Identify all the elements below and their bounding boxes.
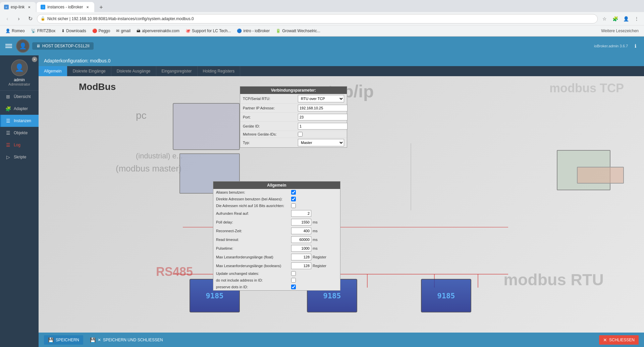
maxbool-input[interactable] bbox=[291, 262, 311, 269]
bookmark-alpen-label: alpenvereinaktiv.com bbox=[142, 29, 179, 33]
noinclude-checkbox[interactable] bbox=[291, 278, 296, 283]
content-body: ModBus tcp/ip modbus TCP pc (industrial)… bbox=[39, 76, 644, 333]
tab-iobroker[interactable]: i instances - ioBroker ✕ bbox=[37, 2, 94, 12]
header-avatar[interactable]: 👤 bbox=[16, 39, 30, 53]
sidebar-item-adapter[interactable]: 🧩 Adapter bbox=[0, 103, 39, 115]
modbus-rtu-bg-label: modbus RTU bbox=[503, 270, 604, 289]
readtimeout-input[interactable] bbox=[291, 236, 311, 243]
hamburger-line-1 bbox=[5, 44, 12, 45]
close-button[interactable]: ✕ SCHLIESSEN bbox=[599, 335, 639, 345]
bookmark-gmail[interactable]: ✉ gmail bbox=[113, 28, 133, 34]
address-bar[interactable]: 🔓 Nicht sicher | 192.168.10.99:8081/#tab… bbox=[37, 14, 598, 23]
bookmark-downloads[interactable]: ⬇ Downloads bbox=[59, 28, 89, 34]
update-label: Update unchanged states: bbox=[216, 271, 290, 276]
typ-select[interactable]: Master Slave bbox=[298, 139, 344, 146]
back-button[interactable]: ‹ bbox=[3, 14, 12, 23]
config-panels: Verbindungsparameter: TCP/Serial RTU: RT… bbox=[240, 86, 347, 291]
tcp-label: TCP/Serial RTU: bbox=[243, 97, 297, 101]
tab-diskrete-eingange[interactable]: Diskrete Eingänge bbox=[67, 66, 111, 76]
more-bookmarks-button[interactable]: Weitere Lesezeichen bbox=[598, 28, 641, 34]
tcp-select[interactable]: RTU over TCP TCP RTU bbox=[298, 95, 344, 102]
toolbar-actions: ☆ 🧩 👤 ⋮ bbox=[600, 14, 641, 23]
bookmark-fritzbox[interactable]: 📡 FRITZBox bbox=[28, 28, 58, 34]
aliases-checkbox[interactable] bbox=[291, 190, 296, 195]
browser-toolbar: ‹ › ↻ 🔓 Nicht sicher | 192.168.10.99:808… bbox=[0, 12, 644, 26]
new-tab-button[interactable]: + bbox=[96, 3, 106, 12]
sidebar-item-ubersicht[interactable]: ⊞ Übersicht bbox=[0, 91, 39, 103]
bookmark-growatt-icon: 🔋 bbox=[276, 29, 281, 33]
connection-row-port: Port: bbox=[240, 113, 347, 122]
sidebar-item-objekte[interactable]: ☰ Objekte bbox=[0, 127, 39, 139]
plc-bg-label: (modbus master) bbox=[116, 163, 182, 174]
sidebar-item-skripte[interactable]: ▷ Skripte bbox=[0, 151, 39, 163]
port-input[interactable] bbox=[298, 114, 347, 120]
tab-holding-registers[interactable]: Holding Registers bbox=[198, 66, 240, 76]
x-divider-icon: ✕ bbox=[98, 338, 101, 342]
pulsetime-input[interactable] bbox=[291, 245, 311, 252]
sidebar-item-instanzen[interactable]: ☰ Instanzen bbox=[0, 115, 39, 127]
bookmark-romeo-icon: 👤 bbox=[5, 29, 10, 33]
host-label: HOST DESKTOP-CS1L2II bbox=[42, 44, 90, 48]
menu-button[interactable]: ⋮ bbox=[632, 14, 641, 23]
readtimeout-label: Read timeout: bbox=[216, 238, 290, 242]
tab-eingangsregister[interactable]: Eingangsregister bbox=[156, 66, 198, 76]
bookmark-star-button[interactable]: ☆ bbox=[600, 14, 609, 23]
connection-row-ip: Partner IP Adresse: bbox=[240, 104, 347, 113]
modbus-tcp-bg-label: modbus TCP bbox=[549, 81, 624, 95]
tab-close-iobroker[interactable]: ✕ bbox=[85, 4, 90, 10]
footer: 💾 SPEICHERN 💾 ✕ SPEICHERN UND SCHLIESSEN… bbox=[39, 333, 644, 347]
sidebar-close-button[interactable]: ✕ bbox=[32, 57, 37, 62]
general-row-preservedots: preserve dots in ID: bbox=[213, 284, 340, 290]
bookmark-peggo-icon: 🔴 bbox=[92, 29, 97, 33]
direkte-label: Direkte Adressen benutzen (bei Aliases): bbox=[216, 197, 290, 201]
sidebar-item-adapter-label: Adapter bbox=[14, 106, 28, 111]
mehrere-checkbox[interactable] bbox=[298, 132, 303, 137]
content-area: Adapterkonfiguration: modbus.0 Allgemein… bbox=[39, 55, 644, 347]
bookmark-intro[interactable]: 🔵 intro - ioBroker bbox=[234, 28, 272, 34]
bookmark-growatt[interactable]: 🔋 Growatt Wechselric... bbox=[273, 28, 323, 34]
gerateid-input[interactable] bbox=[298, 123, 347, 130]
reconnect-unit: ms bbox=[313, 229, 321, 233]
bookmark-peggo[interactable]: 🔴 Peggo bbox=[90, 28, 113, 34]
bookmark-github[interactable]: 🐙 Support for LC Tech... bbox=[183, 28, 234, 34]
modbus-page-title: ModBus bbox=[79, 82, 116, 92]
tab-close-esp[interactable]: ✕ bbox=[26, 4, 32, 10]
reconnect-input[interactable] bbox=[291, 228, 311, 234]
sidebar-item-ubersicht-label: Übersicht bbox=[14, 94, 31, 99]
tab-allgemein[interactable]: Allgemein bbox=[39, 66, 67, 76]
tab-diskrete-ausgange[interactable]: Diskrete Ausgänge bbox=[111, 66, 156, 76]
aufrunden-input[interactable] bbox=[291, 210, 311, 217]
bookmark-growatt-label: Growatt Wechselric... bbox=[282, 29, 320, 33]
maxbool-label: Max Leseanforderungslänge (booleans) bbox=[216, 264, 290, 268]
sidebar-item-objekte-label: Objekte bbox=[14, 131, 28, 135]
tab-esp-link[interactable]: e esp-link ✕ bbox=[0, 2, 36, 12]
update-checkbox[interactable] bbox=[291, 271, 296, 276]
sidebar-item-log[interactable]: ☰ Log bbox=[0, 139, 39, 151]
help-button[interactable]: ℹ bbox=[631, 41, 640, 51]
connection-row-tcp: TCP/Serial RTU: RTU over TCP TCP RTU bbox=[240, 94, 347, 104]
hamburger-button[interactable] bbox=[4, 43, 13, 49]
ip-input[interactable] bbox=[298, 105, 347, 111]
save-button[interactable]: 💾 SPEICHERN bbox=[44, 335, 83, 345]
bookmark-alpen[interactable]: 🏔 alpenvereinaktiv.com bbox=[134, 28, 182, 34]
save-close-button[interactable]: 💾 ✕ SPEICHERN UND SCHLIESSEN bbox=[86, 335, 167, 345]
bookmark-romeo-label: Romeo bbox=[12, 29, 25, 33]
bookmark-romeo[interactable]: 👤 Romeo bbox=[3, 28, 28, 34]
connection-row-gerateid: Geräte ID: bbox=[240, 122, 347, 131]
bookmark-intro-icon: 🔵 bbox=[237, 29, 242, 33]
reload-button[interactable]: ↻ bbox=[25, 14, 35, 23]
extensions-button[interactable]: 🧩 bbox=[610, 14, 620, 23]
maxfloat-input[interactable] bbox=[291, 254, 311, 260]
preservedots-checkbox[interactable] bbox=[291, 285, 296, 289]
general-row-pulsetime: Pulsetime: ms bbox=[213, 244, 340, 253]
direkte-checkbox[interactable] bbox=[291, 197, 296, 201]
sidebar: ✕ 👤 admin Administrator ⊞ Übersicht 🧩 Ad… bbox=[0, 55, 39, 347]
pc-device bbox=[173, 103, 240, 150]
polldelay-input[interactable] bbox=[291, 219, 311, 226]
general-row-polldelay: Poll delay: ms bbox=[213, 218, 340, 227]
account-button[interactable]: 👤 bbox=[621, 14, 631, 23]
sidebar-avatar: 👤 bbox=[11, 59, 28, 76]
host-button[interactable]: 🖥 HOST DESKTOP-CS1L2II bbox=[32, 42, 94, 50]
forward-button[interactable]: › bbox=[14, 14, 23, 23]
ausrichten-checkbox[interactable] bbox=[291, 203, 296, 208]
